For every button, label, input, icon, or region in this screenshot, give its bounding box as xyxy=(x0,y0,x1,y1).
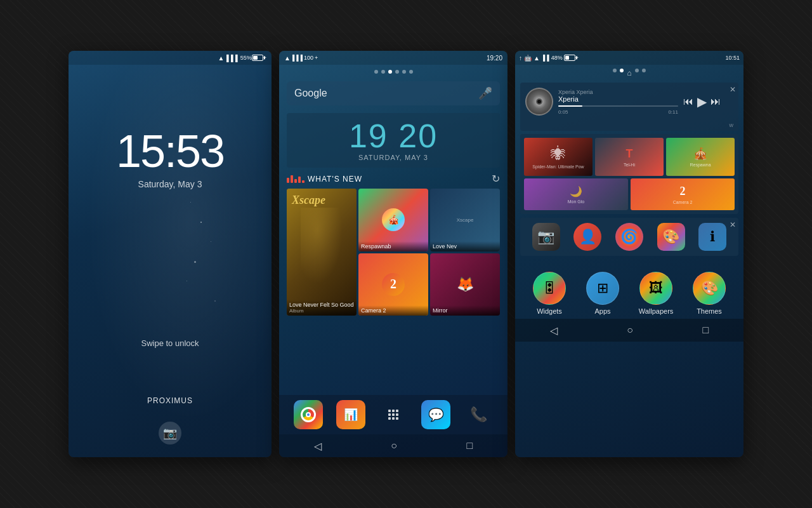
app-thumb-michael[interactable]: Xscape Love Never Felt So Good Album xyxy=(287,189,357,316)
widgets-label: Widgets xyxy=(537,307,562,315)
battery-text: 55% xyxy=(240,55,252,61)
recent-app-telehit[interactable]: T Tel-Hi xyxy=(595,138,664,176)
music-album-art xyxy=(525,88,553,116)
app-thumb-camera2[interactable]: 2 Camera 2 xyxy=(358,253,428,316)
lock-screen-body[interactable]: 15:53 Saturday, May 3 Swipe to unlock PR… xyxy=(69,65,272,457)
equalizer-icon xyxy=(287,175,304,183)
app-thumb-respawn[interactable]: 🎪 Respawnab xyxy=(358,189,428,251)
recents-button[interactable]: □ xyxy=(467,440,473,451)
home-icon-wallpapers[interactable]: 🖼 Wallpapers xyxy=(632,272,680,315)
phone-widget-screen: ↑ 🤖 ▲ ▐▐ 48% + 10:51 ⌂ ✕ Xperia Xp xyxy=(515,51,743,457)
lovenever-text: Xscape xyxy=(454,215,476,225)
battery-right: 48% xyxy=(551,55,563,61)
clock-widget: 19 20 SATURDAY, MAY 3 xyxy=(287,113,500,168)
microphone-icon[interactable]: 🎤 xyxy=(478,86,492,100)
recent-app-monglo[interactable]: 🌙 Mon Glo xyxy=(524,178,628,210)
music-player-card[interactable]: ✕ Xperia Xperia Xperia 0:05 0:11 xyxy=(520,83,738,131)
camera2-icon-r: 2 xyxy=(680,185,686,198)
recent-apps-card[interactable]: 🕷 Spider-Man: Ultimate Pow T Tel-Hi 🎪 Re… xyxy=(520,134,738,214)
play-button[interactable]: ▶ xyxy=(697,94,707,109)
widget-info[interactable]: ℹ xyxy=(698,223,726,251)
whats-new-header: WHAT'S NEW ↻ xyxy=(287,173,500,185)
dock-messages[interactable]: 💬 xyxy=(421,400,450,429)
home-button-right[interactable]: ○ xyxy=(627,324,633,336)
battery-indicator: 100 + xyxy=(304,55,318,61)
home-button[interactable]: ○ xyxy=(391,440,397,451)
chrome-icon xyxy=(301,407,316,422)
refresh-button[interactable]: ↻ xyxy=(492,173,500,185)
widget-camera[interactable]: 📷 xyxy=(532,223,560,251)
camera2-icon: 2 xyxy=(382,273,405,296)
battery-plus-mid: + xyxy=(315,55,318,61)
album-title-xscape: Xscape xyxy=(292,194,325,207)
google-search-bar[interactable]: Google 🎤 xyxy=(287,81,500,105)
dot-6[interactable] xyxy=(409,70,413,74)
wifi-icon-mid: ▲ xyxy=(284,55,291,62)
status-bar-left: ▲ ▐▐▐ 55% + xyxy=(69,51,272,65)
themes-icon-glyph: 🎨 xyxy=(701,280,718,297)
dock-multi[interactable]: 📊 xyxy=(336,400,365,429)
back-button[interactable]: ◁ xyxy=(314,440,322,452)
dot-2[interactable] xyxy=(381,70,385,74)
dot-3[interactable] xyxy=(388,70,392,74)
next-button[interactable]: ⏭ xyxy=(710,96,721,107)
rdot-2[interactable] xyxy=(620,69,624,72)
wallpapers-icon-circle: 🖼 xyxy=(639,272,672,305)
recents-button-right[interactable]: □ xyxy=(703,324,709,336)
home-icons-row: 🎛 Widgets ⊞ Apps 🖼 Wallpapers 🎨 xyxy=(515,264,743,319)
recent-apps-row2: 🌙 Mon Glo 2 Camera 2 xyxy=(524,178,735,210)
signal-icon: ▐▐▐ xyxy=(224,55,237,62)
wifi-icon-right: ▲ xyxy=(534,55,540,62)
monglo-label: Mon Glo xyxy=(568,199,584,204)
home-icon-widgets[interactable]: 🎛 Widgets xyxy=(525,272,573,315)
rdot-1[interactable] xyxy=(613,69,617,72)
widget-icons-card[interactable]: ✕ 📷 👤 🌀 🎨 ℹ xyxy=(520,218,738,256)
dock-apps[interactable] xyxy=(379,400,408,429)
widget-art[interactable]: 🎨 xyxy=(657,223,685,251)
music-card-close[interactable]: ✕ xyxy=(730,85,736,94)
album-figure xyxy=(301,208,343,284)
recent-app-spiderman[interactable]: 🕷 Spider-Man: Ultimate Pow xyxy=(524,138,593,176)
music-app-name: Xperia Xperia xyxy=(558,89,678,95)
home-icon-themes[interactable]: 🎨 Themes xyxy=(685,272,733,315)
status-bar-right: ↑ 🤖 ▲ ▐▐ 48% + 10:51 xyxy=(515,51,743,65)
navigation-bar-middle: ◁ ○ □ xyxy=(279,434,508,457)
widget-contacts[interactable]: 👤 xyxy=(573,223,601,251)
home-screen-content: Google 🎤 19 20 SATURDAY, MAY 3 WHAT'S NE… xyxy=(279,65,508,457)
themes-label: Themes xyxy=(697,307,722,315)
widget-card-close[interactable]: ✕ xyxy=(730,220,736,229)
prev-button[interactable]: ⏮ xyxy=(683,96,693,107)
home-icon-apps[interactable]: ⊞ Apps xyxy=(579,272,627,315)
signal-icon-right: ▐▐ xyxy=(541,55,549,61)
widget-screen-content: ⌂ ✕ Xperia Xperia Xperia 0:05 xyxy=(515,65,743,457)
app-thumb-lovenever[interactable]: Xscape Love Nev xyxy=(430,189,500,251)
dot-1[interactable] xyxy=(374,70,378,74)
dock: 📊 💬 📞 xyxy=(279,395,508,434)
clock-date: SATURDAY, MAY 3 xyxy=(293,154,494,161)
rdot-3[interactable] xyxy=(635,69,639,72)
star-decoration xyxy=(187,281,187,281)
whats-new-title: WHAT'S NEW xyxy=(287,175,362,184)
android-icon: 🤖 xyxy=(524,55,532,62)
time-middle: 19:20 xyxy=(487,55,502,62)
back-button-right[interactable]: ◁ xyxy=(550,324,558,337)
swipe-to-unlock[interactable]: Swipe to unlock xyxy=(141,338,199,348)
app-label-respawn: Respawnab xyxy=(358,241,428,251)
dot-5[interactable] xyxy=(402,70,406,74)
widget-photos[interactable]: 🌀 xyxy=(615,223,643,251)
battery-icon xyxy=(252,55,263,61)
dock-chrome[interactable] xyxy=(294,400,323,429)
dock-phone[interactable]: 📞 xyxy=(464,400,493,429)
music-track: Xperia xyxy=(558,95,678,103)
phone-lock-screen: ▲ ▐▐▐ 55% + 15:53 Saturday, May 3 Swipe … xyxy=(69,51,272,457)
app-label-lovenever: Love Nev xyxy=(430,241,500,251)
app-thumb-mirror[interactable]: 🦊 Mirror xyxy=(430,253,500,316)
recent-app-respawn[interactable]: 🎪 Respawna xyxy=(666,138,735,176)
dot-4[interactable] xyxy=(395,70,399,74)
app-label-mirror: Mirror xyxy=(430,305,500,316)
camera-button[interactable]: 📷 xyxy=(159,422,181,444)
clock-display: 19 20 xyxy=(293,119,494,152)
rdot-4[interactable] xyxy=(642,69,646,72)
recent-app-camera2[interactable]: 2 Camera 2 xyxy=(631,178,735,210)
wifi-icon: ▲ xyxy=(218,55,225,62)
